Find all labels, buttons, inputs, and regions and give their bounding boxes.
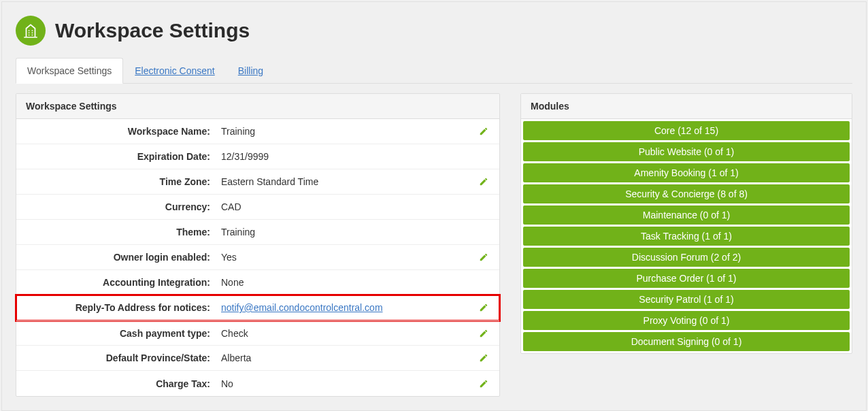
tab-workspace-settings[interactable]: Workspace Settings (16, 58, 123, 84)
modules-panel-title: Modules (521, 94, 852, 119)
value-cash-payment-type: Check (217, 328, 476, 339)
label-charge-tax: Charge Tax: (16, 378, 217, 389)
tab-billing[interactable]: Billing (227, 58, 275, 84)
row-cash-payment-type: Cash payment type: Check (16, 320, 499, 346)
settings-list: Workspace Name: Training Expiration Date… (16, 119, 499, 396)
module-amenity-booking[interactable]: Amenity Booking (1 of 1) (523, 163, 850, 182)
workspace-building-icon (16, 16, 46, 46)
workspace-settings-panel: Workspace Settings Workspace Name: Train… (16, 93, 500, 397)
label-expiration-date: Expiration Date: (16, 151, 217, 162)
row-default-province-state: Default Province/State: Alberta (16, 346, 499, 371)
value-currency: CAD (217, 201, 476, 212)
edit-cash-payment-icon[interactable] (479, 329, 488, 338)
label-owner-login-enabled: Owner login enabled: (16, 252, 217, 263)
module-maintenance[interactable]: Maintenance (0 of 1) (523, 206, 850, 225)
value-expiration-date: 12/31/9999 (217, 151, 476, 162)
value-charge-tax: No (217, 378, 476, 389)
row-expiration-date: Expiration Date: 12/31/9999 (16, 144, 499, 169)
reply-to-email-link[interactable]: notify@email.condocontrolcentral.com (221, 302, 383, 313)
row-charge-tax: Charge Tax: No (16, 371, 499, 396)
row-workspace-name: Workspace Name: Training (16, 119, 499, 144)
label-reply-to-address: Reply-To Address for notices: (16, 302, 217, 313)
edit-owner-login-icon[interactable] (479, 252, 488, 262)
label-accounting-integration: Accounting Integration: (16, 277, 217, 288)
workspace-settings-panel-title: Workspace Settings (16, 94, 499, 119)
value-default-province-state: Alberta (217, 352, 476, 363)
module-task-tracking[interactable]: Task Tracking (1 of 1) (523, 227, 850, 246)
value-owner-login-enabled: Yes (217, 252, 476, 263)
edit-charge-tax-icon[interactable] (479, 379, 488, 389)
label-default-province-state: Default Province/State: (16, 352, 217, 363)
value-accounting-integration: None (217, 277, 476, 288)
row-owner-login-enabled: Owner login enabled: Yes (16, 245, 499, 270)
modules-list: Core (12 of 15) Public Website (0 of 1) … (521, 119, 852, 353)
modules-panel: Modules Core (12 of 15) Public Website (… (520, 93, 852, 354)
value-theme: Training (217, 227, 476, 237)
module-document-signing[interactable]: Document Signing (0 of 1) (523, 332, 850, 351)
page-header: Workspace Settings (16, 16, 852, 46)
tab-electronic-consent[interactable]: Electronic Consent (123, 58, 227, 84)
tabs-bar: Workspace Settings Electronic Consent Bi… (16, 58, 852, 84)
value-workspace-name: Training (217, 126, 476, 137)
label-theme: Theme: (16, 227, 217, 237)
module-proxy-voting[interactable]: Proxy Voting (0 of 1) (523, 311, 850, 330)
page-title: Workspace Settings (55, 19, 250, 42)
row-theme: Theme: Training (16, 220, 499, 245)
row-currency: Currency: CAD (16, 195, 499, 220)
edit-time-zone-icon[interactable] (479, 177, 488, 186)
module-discussion-forum[interactable]: Discussion Forum (2 of 2) (523, 248, 850, 267)
value-time-zone: Eastern Standard Time (217, 176, 476, 187)
edit-reply-to-icon[interactable] (479, 303, 488, 312)
edit-default-province-icon[interactable] (479, 353, 488, 363)
row-accounting-integration: Accounting Integration: None (16, 270, 499, 295)
module-security-patrol[interactable]: Security Patrol (1 of 1) (523, 290, 850, 309)
label-currency: Currency: (16, 201, 217, 212)
label-workspace-name: Workspace Name: (16, 126, 217, 137)
row-time-zone: Time Zone: Eastern Standard Time (16, 169, 499, 195)
label-time-zone: Time Zone: (16, 176, 217, 187)
value-reply-to-address: notify@email.condocontrolcentral.com (217, 302, 476, 313)
module-purchase-order[interactable]: Purchase Order (1 of 1) (523, 269, 850, 288)
label-cash-payment-type: Cash payment type: (16, 328, 217, 339)
edit-workspace-name-icon[interactable] (479, 127, 488, 136)
module-core[interactable]: Core (12 of 15) (523, 121, 850, 140)
row-reply-to-address: Reply-To Address for notices: notify@ema… (16, 295, 499, 320)
module-security-concierge[interactable]: Security & Concierge (8 of 8) (523, 184, 850, 203)
module-public-website[interactable]: Public Website (0 of 1) (523, 142, 850, 161)
